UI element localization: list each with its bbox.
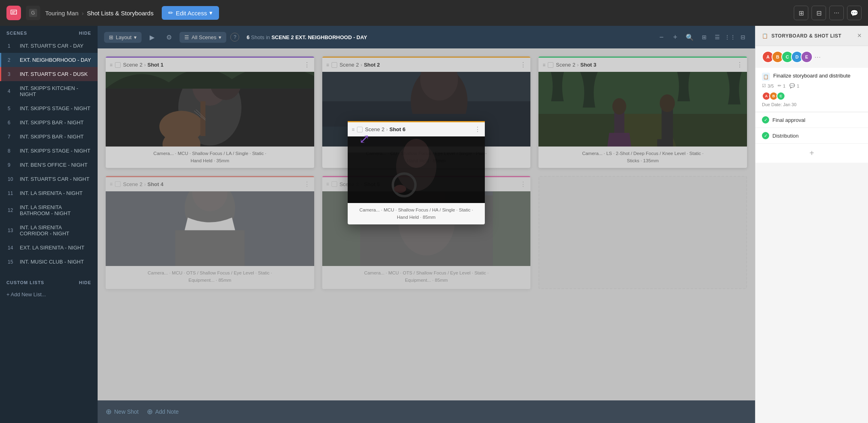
scene-name: INT. SKIPP'S STAGE - NIGHT (20, 148, 90, 154)
sidebar-item-scene-3[interactable]: 3 INT. STUART'S CAR - DUSK (0, 67, 98, 81)
grid-view-button[interactable]: ⊞ (699, 31, 710, 43)
shot-drop-zone (538, 176, 747, 289)
shot-checkbox[interactable] (115, 181, 121, 187)
shot-card-3-header: ≡ Scene 2 › Shot 3 ⋮ (538, 57, 747, 72)
shot-checkbox[interactable] (548, 62, 553, 68)
layout-button[interactable]: ⊞ Layout ▾ (104, 32, 142, 43)
drag-handle[interactable]: ≡ (110, 181, 113, 187)
settings-button[interactable]: ⚙ (163, 31, 175, 44)
shot-meta-line2: Hand Held · 35mm (110, 157, 310, 164)
checklist-label-2[interactable]: Distribution (772, 133, 799, 139)
detail-view-button[interactable]: ⋮⋮ (724, 31, 736, 43)
dragged-meta-line1: Camera... · MCU · Shallow Focus / HA / S… (352, 206, 481, 214)
check-icon: ☑ (762, 83, 766, 88)
columns-view-button[interactable]: ⊟ (812, 6, 826, 20)
add-list-label: + Add New List... (6, 291, 46, 297)
sidebar-item-scene-9[interactable]: 9 INT. BEN'S OFFICE - NIGHT (0, 158, 98, 172)
more-options-button[interactable]: ⋮ (520, 61, 526, 69)
drag-handle[interactable]: ≡ (326, 62, 329, 68)
sidebar-item-scene-6[interactable]: 6 INT. SKIPP'S BAR - NIGHT (0, 115, 98, 130)
shot-checkbox[interactable] (115, 62, 121, 68)
hide-scenes-label[interactable]: HIDE (79, 31, 91, 36)
sidebar-item-scene-15[interactable]: 15 INT. MUSIC CLUB - NIGHT (0, 255, 98, 269)
sidebar-item-scene-4[interactable]: 4 INT. SKIPP'S KITCHEN - NIGHT (0, 81, 98, 101)
zoom-in-button[interactable]: + (670, 31, 681, 43)
svg-point-27 (613, 98, 626, 115)
scene-shot-label: Scene 2 › Shot 6 (365, 126, 472, 132)
help-button[interactable]: ? (230, 33, 239, 42)
sidebar-item-scene-11[interactable]: 11 INT. LA SIRENITA - NIGHT (0, 186, 98, 200)
grid-view-button[interactable]: ⊞ (794, 6, 808, 20)
more-options-button[interactable]: ⋮ (304, 180, 310, 188)
sidebar-item-scene-1[interactable]: 1 INT. STUART'S CAR - DAY (0, 39, 98, 53)
all-scenes-label: All Scenes (192, 34, 216, 40)
scene-filter-button[interactable]: ☰ All Scenes ▾ (179, 32, 226, 43)
thumbnail-view-button[interactable]: ⊟ (737, 31, 749, 43)
task-item: 📋 Finalize storyboard and distribute ☑ 3… (755, 68, 868, 112)
scene-name: INT. SKIPP'S KITCHEN - NIGHT (20, 85, 91, 97)
list-view-button[interactable]: ☰ (712, 31, 723, 43)
sidebar-item-scene-13[interactable]: 13 INT. LA SIRENITA CORRIDOR - NIGHT (0, 220, 98, 241)
more-button[interactable]: ··· (829, 6, 844, 20)
sidebar-item-scene-10[interactable]: 10 INT. STUART'S CAR - NIGHT (0, 172, 98, 186)
sidebar: SCENES HIDE 1 INT. STUART'S CAR - DAY 2 … (0, 26, 98, 423)
shot-checkbox[interactable] (332, 181, 337, 187)
sidebar-item-scene-7[interactable]: 7 INT. SKIPP'S BAR - NIGHT (0, 130, 98, 144)
scene-name: INT. STUART'S CAR - DUSK (20, 71, 88, 77)
dragged-shot-card[interactable]: ≡ Scene 2 › Shot 6 ⋮ (348, 121, 485, 224)
sidebar-item-scene-12[interactable]: 12 INT. LA SIRENITA BATHROOM - NIGHT (0, 200, 98, 220)
task-meta: ☑ 3/5 ✏ 1 💬 1 (762, 83, 862, 88)
more-options-button[interactable]: ⋮ (304, 61, 310, 69)
scene-number: 10 (8, 176, 16, 182)
sidebar-item-scene-8[interactable]: 8 INT. SKIPP'S STAGE - NIGHT (0, 144, 98, 158)
sidebar-item-scene-14[interactable]: 14 EXT. LA SIRENITA - NIGHT (0, 241, 98, 255)
custom-lists-label: CUSTOM LISTS (6, 280, 44, 285)
shot-meta-line2: Equipment... · 85mm (110, 276, 310, 284)
dragged-shot-meta: Camera... · MCU · Shallow Focus / HA / S… (348, 203, 485, 224)
more-options-button[interactable]: ⋮ (474, 126, 481, 133)
add-note-button[interactable]: ⊕ Add Note (147, 407, 179, 416)
arrow-icon: › (144, 62, 146, 68)
shot-card-3[interactable]: ≡ Scene 2 › Shot 3 ⋮ (538, 57, 747, 168)
scene-name: EXT. LA SIRENITA - NIGHT (20, 245, 84, 251)
breadcrumb-project[interactable]: Touring Man (45, 10, 79, 17)
shot-checkbox[interactable] (357, 127, 363, 132)
drag-handle[interactable]: ≡ (110, 62, 113, 68)
chat-button[interactable]: 💬 (847, 6, 862, 20)
add-task-icon: + (810, 149, 814, 158)
shot-card-1[interactable]: ≡ Scene 2 › Shot 1 ⋮ (106, 57, 314, 168)
play-button[interactable]: ▶ (146, 31, 159, 44)
dragged-card-header: ≡ Scene 2 › Shot 6 ⋮ (348, 121, 485, 136)
checklist-label-1[interactable]: Final approval (772, 117, 805, 123)
check-icon-2: ✓ (762, 132, 769, 139)
panel-title-text: STORYBOARD & SHOT LIST (772, 33, 842, 39)
add-new-list[interactable]: + Add New List... (0, 288, 98, 301)
scene-shot-label: Scene 2 › Shot 4 (123, 181, 301, 187)
search-button[interactable]: 🔍 (683, 31, 696, 44)
more-options-button[interactable]: ⋮ (520, 180, 526, 188)
new-shot-button[interactable]: ⊕ New Shot (106, 407, 139, 416)
shot-name: Shot 6 (389, 126, 405, 132)
sidebar-item-scene-2[interactable]: 2 EXT. NEIGHBORHOOD - DAY (0, 53, 98, 67)
edit-access-button[interactable]: ✏ Edit Access ▾ (162, 6, 219, 20)
drag-handle[interactable]: ≡ (352, 127, 355, 132)
drag-handle[interactable]: ≡ (326, 181, 329, 187)
top-bar-actions: ⊞ ⊟ ··· 💬 (794, 6, 862, 20)
shot-card-4[interactable]: ≡ Scene 2 › Shot 4 ⋮ (106, 176, 314, 289)
more-options-button[interactable]: ⋮ (737, 61, 743, 69)
sidebar-item-scene-5[interactable]: 5 INT. SKIPP'S STAGE - NIGHT (0, 101, 98, 115)
shot-checkbox[interactable] (332, 62, 337, 68)
close-panel-button[interactable]: × (857, 31, 862, 40)
scene-name: INT. STUART'S CAR - NIGHT (20, 176, 90, 182)
app-logo[interactable] (6, 6, 21, 20)
scene-number: 3 (8, 71, 16, 77)
zoom-out-button[interactable]: − (656, 31, 667, 43)
toolbar: ⊞ Layout ▾ ▶ ⚙ ☰ All Scenes ▾ ? 6 Shots … (98, 26, 755, 48)
top-bar: G Touring Man › Shot Lists & Storyboards… (0, 0, 868, 26)
scene-number: 7 (8, 134, 16, 140)
add-member-button[interactable]: ⋯ (814, 51, 821, 63)
breadcrumb-sep: › (82, 10, 84, 17)
add-task-button[interactable]: + (755, 144, 868, 163)
drag-handle[interactable]: ≡ (542, 62, 545, 68)
hide-custom-label[interactable]: HIDE (79, 280, 91, 285)
